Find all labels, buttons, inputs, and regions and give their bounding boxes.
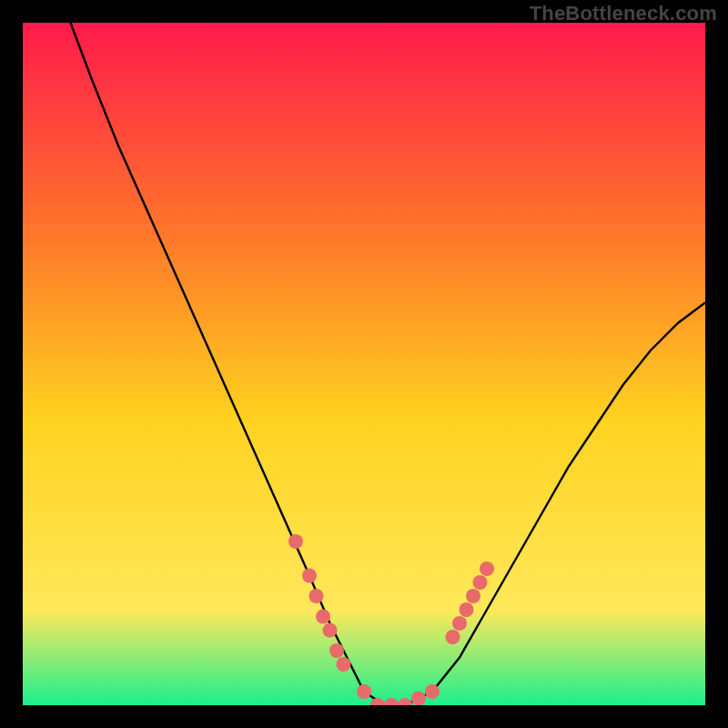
highlight-dot: [411, 692, 426, 706]
highlight-dot: [323, 623, 338, 638]
highlight-dot: [357, 684, 371, 699]
highlight-dot: [473, 575, 488, 590]
highlight-dot: [316, 610, 330, 624]
bottleneck-chart: [23, 23, 705, 705]
highlight-dot: [337, 657, 351, 672]
highlight-dot: [309, 589, 324, 603]
watermark-text: TheBottleneck.com: [530, 2, 717, 25]
highlight-dot: [288, 534, 303, 549]
highlight-dot: [302, 569, 317, 583]
highlight-dot: [425, 684, 440, 699]
chart-frame: TheBottleneck.com: [0, 0, 728, 728]
highlight-dot: [480, 561, 494, 576]
highlight-dot: [460, 602, 474, 617]
highlight-dot: [329, 643, 344, 658]
highlight-dot: [446, 630, 460, 644]
highlight-dot: [452, 616, 467, 631]
gradient-background: [23, 23, 705, 705]
plot-area: [23, 23, 705, 705]
highlight-dot: [466, 589, 480, 603]
